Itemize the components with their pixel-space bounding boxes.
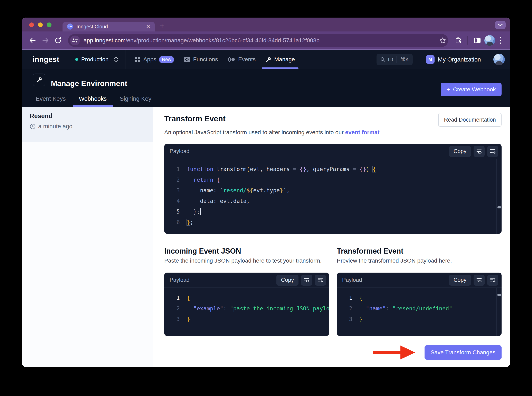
tab-close-icon[interactable]: ✕ <box>146 24 150 29</box>
nav-item-label: Events <box>238 56 256 63</box>
code-area[interactable]: 1{2 "name": "resend/undefined"3} <box>337 288 502 336</box>
chevron-down-icon <box>114 60 118 62</box>
format-code-button[interactable] <box>487 275 498 286</box>
side-panel-button[interactable] <box>472 35 483 46</box>
tab-event-keys[interactable]: Event Keys <box>30 95 72 107</box>
search-icon <box>380 57 386 62</box>
align-down-icon <box>490 278 496 283</box>
browser-profile-avatar[interactable] <box>484 35 495 46</box>
code-area[interactable]: 1{2 "example": "paste the incoming JSON … <box>164 288 329 336</box>
nav-item-events[interactable]: Events <box>223 50 261 69</box>
bookmark-button[interactable] <box>439 37 446 44</box>
align-down-icon <box>490 149 496 154</box>
side-panel-icon <box>474 37 481 44</box>
incoming-json-editor[interactable]: Payload Copy 1{2 "exam <box>164 273 329 336</box>
word-wrap-icon <box>476 278 482 283</box>
apps-grid-icon <box>134 56 141 63</box>
transform-title-row: Transform Event Read Documentation <box>164 113 502 127</box>
code-area[interactable]: 1function transform(evt, headers = {}, q… <box>164 159 502 234</box>
transform-code-editor[interactable]: Payload Copy 1function transform(evt, he… <box>164 144 502 234</box>
inngest-favicon-icon <box>67 23 73 30</box>
search-id-label: ID <box>388 56 393 63</box>
word-wrap-button[interactable] <box>474 275 485 286</box>
inngest-logo[interactable]: inngest <box>22 55 68 64</box>
payload-label: Payload <box>170 277 276 283</box>
browser-menu-button[interactable] <box>497 35 505 46</box>
format-code-button[interactable] <box>315 275 326 286</box>
organization-name: My Organization <box>438 56 481 63</box>
nav-item-functions[interactable]: Functions <box>179 50 223 69</box>
environment-switcher[interactable]: Production <box>68 50 126 69</box>
transform-panel: Transform Event Read Documentation An op… <box>153 107 510 367</box>
create-webhook-button[interactable]: + Create Webhook <box>441 83 502 96</box>
user-menu[interactable] <box>488 54 510 65</box>
transformed-json-editor[interactable]: Payload Copy 1{2 "name <box>337 273 502 336</box>
screenshot-canvas: Inngest Cloud ✕ + app.inngest.com/env/pr… <box>0 0 532 396</box>
word-wrap-button[interactable] <box>474 146 485 157</box>
url-text: app.inngest.com/env/production/manage/we… <box>84 37 437 44</box>
editor-actions: Copy <box>449 146 498 157</box>
word-wrap-icon <box>476 149 482 154</box>
wrench-icon <box>265 56 272 63</box>
forward-button[interactable] <box>40 35 51 46</box>
save-row: Save Transform Changes <box>164 345 502 360</box>
app-navigation: inngest Production Apps New Functions Ev… <box>22 50 510 69</box>
url-bar[interactable]: app.inngest.com/env/production/manage/we… <box>68 34 448 47</box>
word-wrap-icon <box>304 278 310 283</box>
toolbar-divider <box>468 36 468 45</box>
editor-header: Payload Copy <box>164 273 329 288</box>
close-window-button[interactable] <box>29 23 34 27</box>
nav-item-label: Manage <box>274 56 295 63</box>
align-down-icon <box>318 278 323 283</box>
description-period: . <box>380 129 381 135</box>
red-arrow-annotation <box>373 345 415 359</box>
tab-webhooks[interactable]: Webhooks <box>73 95 113 107</box>
chevron-down-icon <box>498 23 503 27</box>
word-wrap-button[interactable] <box>301 275 312 286</box>
extensions-button[interactable] <box>453 35 464 46</box>
editor-header: Payload Copy <box>337 273 502 288</box>
search-id-button[interactable]: ID ⌘K <box>376 54 413 65</box>
nav-item-apps[interactable]: Apps New <box>130 50 179 69</box>
editor-scrollbar[interactable] <box>497 288 502 336</box>
description-text: An optional JavaScript transform used to… <box>164 129 345 135</box>
nav-item-manage[interactable]: Manage <box>260 50 300 69</box>
scrollbar-thumb[interactable] <box>497 294 501 296</box>
wrench-icon <box>36 77 42 83</box>
site-settings-button[interactable] <box>70 35 80 45</box>
tune-icon <box>72 38 78 43</box>
incoming-description: Paste the incoming JSON payload here to … <box>164 257 329 264</box>
new-tab-button[interactable]: + <box>160 22 164 30</box>
read-documentation-button[interactable]: Read Documentation <box>438 113 502 127</box>
copy-button[interactable]: Copy <box>449 275 471 286</box>
arrow-head <box>400 345 415 359</box>
tab-search-chevron-button[interactable] <box>495 21 506 29</box>
page-header: Manage Environment + Create Webhook Even… <box>22 69 510 107</box>
save-transform-changes-button[interactable]: Save Transform Changes <box>425 345 502 360</box>
webhook-list-item-resend[interactable]: Resend a minute ago <box>22 107 153 142</box>
browser-tab[interactable]: Inngest Cloud ✕ <box>63 22 155 31</box>
forward-arrow-icon <box>42 37 49 44</box>
copy-button[interactable]: Copy <box>276 275 298 286</box>
webhook-name: Resend <box>30 112 153 120</box>
zoom-window-button[interactable] <box>47 23 52 27</box>
minimize-window-button[interactable] <box>38 23 43 27</box>
read-documentation-label: Read Documentation <box>444 117 496 123</box>
payload-label: Payload <box>342 277 449 283</box>
organization-avatar: M <box>426 55 434 64</box>
event-format-link[interactable]: event format <box>345 129 380 135</box>
copy-button[interactable]: Copy <box>449 146 471 157</box>
back-button[interactable] <box>27 35 38 46</box>
editor-scrollbar[interactable] <box>324 288 329 336</box>
scrollbar-thumb[interactable] <box>497 206 501 208</box>
editor-scrollbar[interactable] <box>497 159 502 234</box>
clock-icon <box>30 123 36 129</box>
organization-switcher[interactable]: M My Organization <box>419 50 488 69</box>
reload-button[interactable] <box>52 35 64 46</box>
format-code-button[interactable] <box>487 146 498 157</box>
incoming-column: Incoming Event JSON Paste the incoming J… <box>164 247 329 336</box>
create-webhook-label: Create Webhook <box>453 86 496 93</box>
webhook-time-label: a minute ago <box>38 123 73 130</box>
tab-signing-key[interactable]: Signing Key <box>114 95 157 107</box>
new-badge: New <box>159 56 174 63</box>
